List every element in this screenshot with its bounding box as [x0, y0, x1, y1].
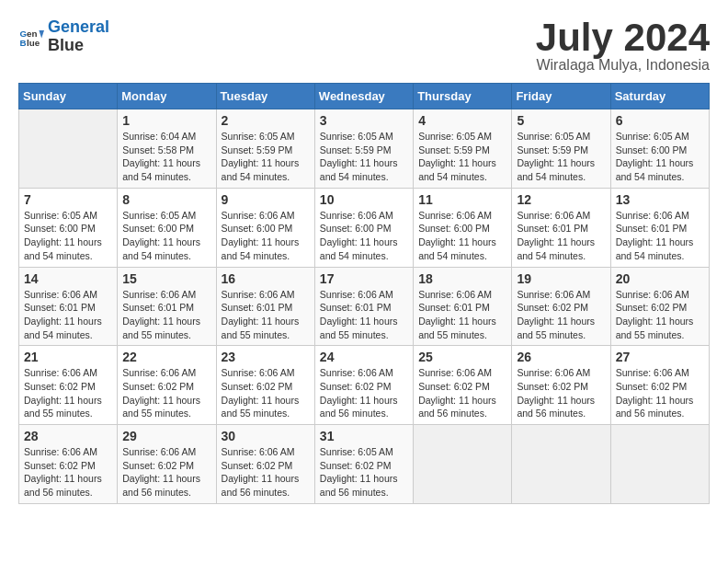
day-number: 20: [616, 271, 704, 286]
calendar-cell: 19Sunrise: 6:06 AM Sunset: 6:02 PM Dayli…: [512, 267, 610, 346]
calendar-cell: [19, 109, 118, 189]
calendar-cell: 26Sunrise: 6:06 AM Sunset: 6:02 PM Dayli…: [512, 346, 610, 425]
day-number: 6: [616, 113, 704, 128]
day-info: Sunrise: 6:05 AM Sunset: 6:00 PM Dayligh…: [122, 209, 210, 263]
logo-line1: General: [48, 17, 109, 36]
day-info: Sunrise: 6:05 AM Sunset: 5:59 PM Dayligh…: [222, 130, 310, 184]
day-info: Sunrise: 6:06 AM Sunset: 6:02 PM Dayligh…: [616, 288, 704, 342]
day-info: Sunrise: 6:06 AM Sunset: 6:02 PM Dayligh…: [517, 288, 605, 342]
day-info: Sunrise: 6:06 AM Sunset: 6:01 PM Dayligh…: [222, 288, 310, 342]
day-number: 25: [418, 350, 506, 364]
day-number: 5: [517, 113, 605, 128]
day-info: Sunrise: 6:06 AM Sunset: 6:01 PM Dayligh…: [122, 288, 210, 342]
calendar-cell: 3Sunrise: 6:05 AM Sunset: 5:59 PM Daylig…: [314, 109, 413, 189]
day-header-tuesday: Tuesday: [216, 84, 314, 109]
day-number: 10: [320, 192, 408, 207]
day-header-friday: Friday: [512, 84, 610, 109]
day-info: Sunrise: 6:05 AM Sunset: 6:00 PM Dayligh…: [24, 209, 112, 263]
day-info: Sunrise: 6:06 AM Sunset: 6:02 PM Dayligh…: [418, 366, 506, 420]
calendar-cell: 20Sunrise: 6:06 AM Sunset: 6:02 PM Dayli…: [610, 267, 709, 346]
day-number: 11: [418, 192, 506, 207]
calendar-week-3: 14Sunrise: 6:06 AM Sunset: 6:01 PM Dayli…: [19, 267, 710, 346]
day-header-thursday: Thursday: [414, 84, 512, 109]
calendar-cell: 16Sunrise: 6:06 AM Sunset: 6:01 PM Dayli…: [216, 267, 314, 346]
day-number: 22: [122, 350, 210, 364]
calendar-cell: 14Sunrise: 6:06 AM Sunset: 6:01 PM Dayli…: [19, 267, 118, 346]
calendar-cell: 8Sunrise: 6:05 AM Sunset: 6:00 PM Daylig…: [118, 188, 216, 267]
calendar-cell: 25Sunrise: 6:06 AM Sunset: 6:02 PM Dayli…: [414, 346, 512, 425]
day-number: 18: [418, 271, 506, 286]
day-number: 19: [517, 271, 605, 286]
day-header-wednesday: Wednesday: [314, 84, 413, 109]
day-info: Sunrise: 6:06 AM Sunset: 6:00 PM Dayligh…: [320, 209, 408, 263]
calendar-cell: [512, 425, 610, 504]
day-header-sunday: Sunday: [19, 84, 118, 109]
calendar-subtitle: Wiralaga Mulya, Indonesia: [536, 57, 710, 74]
calendar-cell: 18Sunrise: 6:06 AM Sunset: 6:01 PM Dayli…: [414, 267, 512, 346]
logo-text: General Blue: [48, 18, 109, 55]
day-info: Sunrise: 6:06 AM Sunset: 6:02 PM Dayligh…: [517, 366, 605, 420]
day-number: 15: [122, 271, 210, 286]
day-number: 24: [320, 350, 408, 364]
logo: G en B lue General Blue: [18, 18, 109, 55]
calendar-cell: 11Sunrise: 6:06 AM Sunset: 6:00 PM Dayli…: [414, 188, 512, 267]
calendar-cell: 28Sunrise: 6:06 AM Sunset: 6:02 PM Dayli…: [19, 425, 118, 504]
svg-text:lue: lue: [27, 38, 40, 48]
day-info: Sunrise: 6:06 AM Sunset: 6:02 PM Dayligh…: [122, 445, 210, 500]
day-info: Sunrise: 6:06 AM Sunset: 6:02 PM Dayligh…: [222, 366, 310, 420]
day-number: 13: [616, 192, 704, 207]
day-info: Sunrise: 6:06 AM Sunset: 6:01 PM Dayligh…: [24, 288, 112, 342]
day-info: Sunrise: 6:06 AM Sunset: 6:02 PM Dayligh…: [122, 366, 210, 420]
logo-icon: G en B lue: [18, 24, 44, 50]
calendar-cell: 6Sunrise: 6:05 AM Sunset: 6:00 PM Daylig…: [610, 109, 709, 189]
day-info: Sunrise: 6:06 AM Sunset: 6:02 PM Dayligh…: [320, 366, 408, 420]
calendar-cell: 13Sunrise: 6:06 AM Sunset: 6:01 PM Dayli…: [610, 188, 709, 267]
day-info: Sunrise: 6:06 AM Sunset: 6:02 PM Dayligh…: [616, 366, 704, 420]
day-number: 2: [222, 113, 310, 128]
day-number: 4: [418, 113, 506, 128]
day-number: 9: [222, 192, 310, 207]
day-info: Sunrise: 6:05 AM Sunset: 6:02 PM Dayligh…: [320, 445, 408, 500]
day-number: 30: [222, 429, 310, 443]
day-number: 26: [517, 350, 605, 364]
calendar-cell: 29Sunrise: 6:06 AM Sunset: 6:02 PM Dayli…: [118, 425, 216, 504]
logo-line2: Blue: [48, 36, 84, 54]
page-header: G en B lue General Blue July 2024 Wirala…: [18, 18, 710, 74]
days-header-row: SundayMondayTuesdayWednesdayThursdayFrid…: [19, 84, 710, 109]
day-info: Sunrise: 6:06 AM Sunset: 6:02 PM Dayligh…: [222, 445, 310, 500]
calendar-week-5: 28Sunrise: 6:06 AM Sunset: 6:02 PM Dayli…: [19, 425, 710, 504]
day-info: Sunrise: 6:05 AM Sunset: 5:59 PM Dayligh…: [320, 130, 408, 184]
day-number: 27: [616, 350, 704, 364]
svg-text:B: B: [19, 38, 26, 48]
day-info: Sunrise: 6:06 AM Sunset: 6:01 PM Dayligh…: [616, 209, 704, 263]
calendar-cell: 30Sunrise: 6:06 AM Sunset: 6:02 PM Dayli…: [216, 425, 314, 504]
day-number: 3: [320, 113, 408, 128]
calendar-cell: 1Sunrise: 6:04 AM Sunset: 5:58 PM Daylig…: [118, 109, 216, 189]
day-info: Sunrise: 6:06 AM Sunset: 6:01 PM Dayligh…: [320, 288, 408, 342]
day-info: Sunrise: 6:06 AM Sunset: 6:01 PM Dayligh…: [418, 288, 506, 342]
calendar-cell: 17Sunrise: 6:06 AM Sunset: 6:01 PM Dayli…: [314, 267, 413, 346]
calendar-week-4: 21Sunrise: 6:06 AM Sunset: 6:02 PM Dayli…: [19, 346, 710, 425]
calendar-cell: 24Sunrise: 6:06 AM Sunset: 6:02 PM Dayli…: [314, 346, 413, 425]
calendar-cell: 4Sunrise: 6:05 AM Sunset: 5:59 PM Daylig…: [414, 109, 512, 189]
calendar-cell: 31Sunrise: 6:05 AM Sunset: 6:02 PM Dayli…: [314, 425, 413, 504]
calendar-cell: [610, 425, 709, 504]
calendar-cell: 7Sunrise: 6:05 AM Sunset: 6:00 PM Daylig…: [19, 188, 118, 267]
day-number: 29: [122, 429, 210, 443]
calendar-cell: 9Sunrise: 6:06 AM Sunset: 6:00 PM Daylig…: [216, 188, 314, 267]
calendar-cell: 15Sunrise: 6:06 AM Sunset: 6:01 PM Dayli…: [118, 267, 216, 346]
day-number: 31: [320, 429, 408, 443]
day-number: 12: [517, 192, 605, 207]
day-info: Sunrise: 6:05 AM Sunset: 5:59 PM Dayligh…: [418, 130, 506, 184]
calendar-cell: 23Sunrise: 6:06 AM Sunset: 6:02 PM Dayli…: [216, 346, 314, 425]
calendar-week-2: 7Sunrise: 6:05 AM Sunset: 6:00 PM Daylig…: [19, 188, 710, 267]
day-number: 17: [320, 271, 408, 286]
day-info: Sunrise: 6:06 AM Sunset: 6:02 PM Dayligh…: [24, 366, 112, 420]
day-number: 1: [122, 113, 210, 128]
calendar-cell: [414, 425, 512, 504]
day-number: 23: [222, 350, 310, 364]
calendar-cell: 10Sunrise: 6:06 AM Sunset: 6:00 PM Dayli…: [314, 188, 413, 267]
day-header-saturday: Saturday: [610, 84, 709, 109]
calendar-cell: 2Sunrise: 6:05 AM Sunset: 5:59 PM Daylig…: [216, 109, 314, 189]
title-block: July 2024 Wiralaga Mulya, Indonesia: [536, 18, 710, 74]
